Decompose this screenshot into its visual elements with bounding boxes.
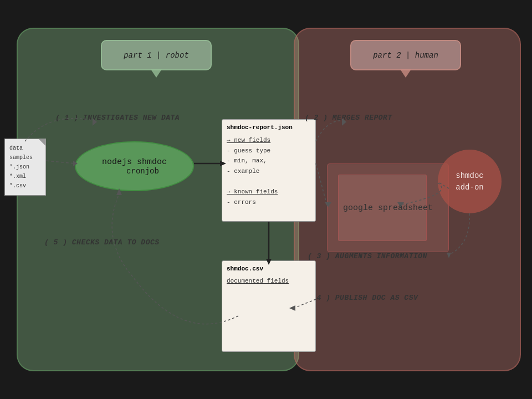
spreadsheet-label: google spreadsheet — [343, 203, 433, 213]
csv-box: shmdoc.csv documented fields — [222, 260, 316, 352]
documented-fields-link: documented fields — [227, 278, 289, 284]
nodejs-line2: cronjob — [126, 167, 159, 176]
nodejs-line1: nodejs shmdoc — [102, 157, 167, 167]
addon-line2: add-on — [456, 182, 483, 193]
nodejs-ellipse: nodejs shmdoc cronjob — [75, 141, 194, 191]
errors: - errors — [227, 199, 256, 206]
data-samples-file: datasamples*.json*.xml*.csv — [4, 139, 46, 196]
known-fields-link: → known fields — [227, 188, 278, 195]
addon-line1: shmdoc — [456, 170, 483, 182]
part2-label: part 2 | human — [373, 51, 438, 60]
part2-label-box: part 2 | human — [350, 40, 461, 70]
step5-label: ( 5 ) checks data to docs — [44, 238, 160, 247]
step3-label: ( 3 ) augments information — [308, 252, 427, 260]
step1-label: ( 1 ) investigates new data — [55, 114, 180, 122]
data-samples-text: datasamples*.json*.xml*.csv — [9, 144, 41, 191]
part1-label-box: part 1 | robot — [101, 40, 212, 70]
step4-label: ( 4 ) publish doc as csv — [308, 294, 418, 302]
min-max: - min, max, — [227, 157, 267, 164]
step2-label: ( 2 ) merges report — [305, 114, 392, 122]
part1-label: part 1 | robot — [124, 51, 189, 60]
addon-circle: shmdoc add-on — [438, 150, 502, 213]
report-box-title: shmdoc-report.json — [227, 124, 311, 131]
report-box-content: → new fields - guess type - min, max, - … — [227, 135, 311, 208]
example: - example — [227, 168, 259, 175]
new-fields-link: → new fields — [227, 137, 270, 144]
csv-box-title: shmdoc.csv — [227, 265, 311, 272]
diagram-container: part 1 | robot part 2 | human datasample… — [0, 0, 532, 399]
report-box: shmdoc-report.json → new fields - guess … — [222, 119, 316, 222]
guess-type: - guess type — [227, 147, 270, 154]
